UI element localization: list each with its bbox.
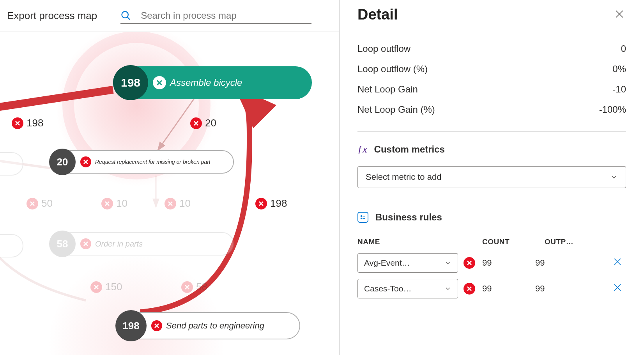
node-count-bubble: 198 xyxy=(113,65,148,100)
node-count-bubble: 198 xyxy=(115,310,147,341)
x-icon xyxy=(153,76,166,89)
detail-row-value: -100% xyxy=(599,104,626,115)
detail-row-value: -10 xyxy=(612,84,626,95)
rule-name-label: Avg-Event… xyxy=(364,258,410,268)
process-map-panel: Export process map xyxy=(0,0,340,355)
custom-metrics-head: ƒx Custom metrics xyxy=(357,144,626,155)
rule-remove-button[interactable] xyxy=(609,257,626,269)
x-icon xyxy=(467,260,472,266)
table-row: Cases-Too… 99 99 xyxy=(357,276,626,302)
x-icon xyxy=(165,198,176,209)
rule-name-select[interactable]: Cases-Too… xyxy=(357,279,458,298)
node-label: Order in parts xyxy=(95,240,154,248)
x-icon xyxy=(12,117,23,129)
x-icon xyxy=(90,281,102,293)
rule-name-select[interactable]: Avg-Event… xyxy=(357,253,458,273)
detail-row-label: Loop outflow xyxy=(357,43,410,54)
fx-icon: ƒx xyxy=(357,144,367,155)
left-header: Export process map xyxy=(0,0,339,32)
node-count-bubble: 20 xyxy=(49,149,76,175)
edge-tag: 198 xyxy=(255,197,287,209)
detail-row-label: Loop outflow (%) xyxy=(357,64,428,75)
svg-point-2 xyxy=(361,216,362,217)
chevron-down-icon xyxy=(444,259,451,266)
svg-line-1 xyxy=(127,17,130,20)
edge-tag: 50 xyxy=(27,197,53,209)
rule-output-value: 99 xyxy=(535,258,545,268)
x-icon xyxy=(255,198,267,209)
divider xyxy=(357,131,626,132)
table-row: Avg-Event… 99 99 xyxy=(357,250,626,276)
detail-title: Detail xyxy=(357,6,398,23)
business-rules-head: Business rules xyxy=(357,212,626,223)
rules-icon xyxy=(357,212,368,223)
x-icon xyxy=(101,198,113,209)
x-icon xyxy=(181,281,193,293)
rule-count-value: 99 xyxy=(482,284,528,294)
rule-error-badge[interactable] xyxy=(464,283,475,295)
rule-output-value: 99 xyxy=(535,284,545,294)
detail-row-value: 0% xyxy=(612,64,626,75)
rule-remove-button[interactable] xyxy=(609,283,626,295)
close-button[interactable] xyxy=(613,7,626,22)
x-icon xyxy=(27,198,38,209)
detail-row: Net Loop Gain -10 xyxy=(357,79,626,99)
process-node-assemble-bicycle[interactable]: 198 Assemble bicycle xyxy=(113,66,312,99)
x-icon xyxy=(190,117,202,129)
business-rules-title: Business rules xyxy=(375,212,442,223)
process-node-partial[interactable]: tory xyxy=(0,234,23,257)
close-icon xyxy=(613,283,622,292)
edge-tag: 10 xyxy=(165,197,191,209)
detail-row: Loop outflow (%) 0% xyxy=(357,59,626,79)
export-process-map-button[interactable]: Export process map xyxy=(7,10,97,22)
detail-row: Net Loop Gain (%) -100% xyxy=(357,99,626,120)
edge-tag: 58 xyxy=(181,281,207,293)
node-count-bubble: 58 xyxy=(49,231,76,257)
divider xyxy=(357,200,626,200)
detail-row-label: Net Loop Gain xyxy=(357,84,418,95)
process-node-partial[interactable]: arts xyxy=(0,152,23,176)
chevron-down-icon xyxy=(444,285,451,292)
node-label: Request replacement for missing or broke… xyxy=(95,159,222,165)
svg-point-0 xyxy=(122,12,128,18)
col-name[interactable]: NAME xyxy=(357,238,482,246)
edge-tag: 20 xyxy=(190,117,216,129)
col-output[interactable]: OUTP… xyxy=(545,238,607,246)
x-icon xyxy=(467,286,472,291)
node-label: Assemble bicycle xyxy=(170,77,254,88)
detail-row-value: 0 xyxy=(621,43,626,54)
col-count[interactable]: COUNT xyxy=(482,238,545,246)
rule-count-value: 99 xyxy=(482,258,528,268)
detail-row-label: Net Loop Gain (%) xyxy=(357,104,435,115)
process-node-order-parts[interactable]: 58 Order in parts xyxy=(51,232,234,256)
search-wrap[interactable] xyxy=(120,8,311,24)
process-map-canvas[interactable]: 198 20 198 50 10 10 150 58 xyxy=(0,39,339,355)
metric-select[interactable]: Select metric to add xyxy=(357,166,626,188)
search-icon xyxy=(120,10,131,21)
business-rules-table: NAME COUNT OUTP… Avg-Event… 99 99 Cases-… xyxy=(357,234,626,302)
edge-tag: 10 xyxy=(101,197,127,209)
detail-header: Detail xyxy=(357,0,626,39)
process-node-send-parts[interactable]: 198 Send parts to engineering xyxy=(117,312,300,339)
search-input[interactable] xyxy=(141,10,311,21)
node-label: Send parts to engineering xyxy=(166,321,276,331)
detail-panel: Detail Loop outflow 0 Loop outflow (%) 0… xyxy=(340,0,644,355)
x-icon xyxy=(80,156,91,167)
detail-row: Loop outflow 0 xyxy=(357,39,626,59)
custom-metrics-title: Custom metrics xyxy=(374,144,445,155)
chevron-down-icon xyxy=(610,173,618,181)
x-icon xyxy=(151,320,162,331)
rule-error-badge[interactable] xyxy=(464,257,475,269)
metric-select-label: Select metric to add xyxy=(366,172,441,182)
close-icon xyxy=(614,9,625,19)
x-icon xyxy=(80,238,91,249)
edge-tag: 150 xyxy=(90,281,122,293)
edge-tag: 198 xyxy=(12,117,43,129)
close-icon xyxy=(613,257,622,266)
process-node-request-replacement[interactable]: 20 Request replacement for missing or br… xyxy=(51,150,234,174)
table-header-row: NAME COUNT OUTP… xyxy=(357,234,626,250)
rule-name-label: Cases-Too… xyxy=(364,284,411,293)
svg-point-4 xyxy=(361,218,362,219)
